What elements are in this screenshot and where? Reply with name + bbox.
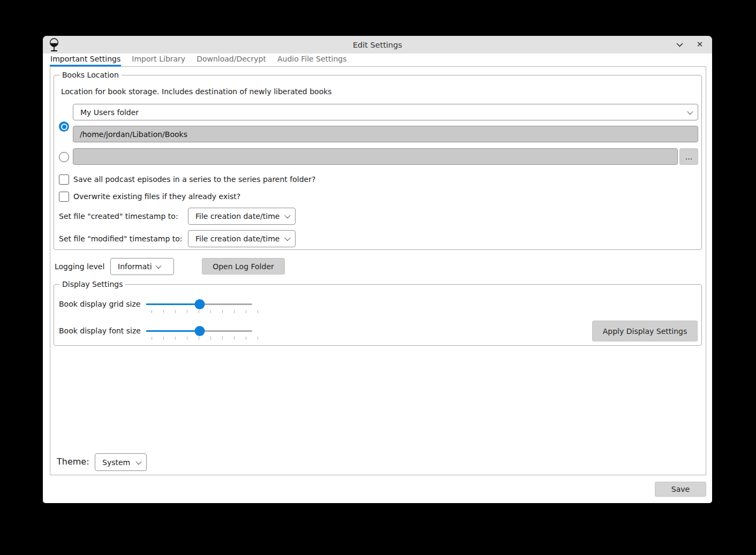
close-icon[interactable]: ✕ (695, 40, 705, 50)
slider-thumb[interactable] (194, 326, 205, 336)
chevron-down-icon (155, 263, 161, 269)
tab-import-library[interactable]: Import Library (131, 54, 186, 66)
browse-folder-button[interactable]: ... (679, 148, 698, 165)
chevron-down-icon (687, 108, 693, 114)
window-title: Edit Settings (43, 41, 712, 49)
chevron-down-icon (284, 212, 290, 218)
minimize-icon[interactable] (675, 40, 684, 50)
edit-settings-window: Edit Settings ✕ Important Settings Impor… (43, 36, 712, 503)
modified-timestamp-label: Set file "modified" timestamp to: (59, 234, 183, 243)
grid-size-label: Book display grid size (59, 300, 140, 308)
books-path-field-2[interactable] (73, 148, 678, 165)
tab-download-decrypt[interactable]: Download/Decrypt (196, 54, 267, 66)
titlebar: Edit Settings ✕ (43, 36, 712, 54)
grid-size-slider[interactable] (146, 299, 252, 309)
window-controls: ✕ (675, 36, 705, 54)
folder-preset-dropdown[interactable]: My Users folder (73, 104, 698, 120)
font-size-slider[interactable] (146, 326, 252, 336)
created-timestamp-value: File creation date/time (195, 212, 281, 221)
books-path-field-1[interactable]: /home/jordan/Libation/Books (73, 126, 698, 142)
books-path-radio-2[interactable] (59, 152, 69, 162)
tab-audio-file-settings[interactable]: Audio File Settings (277, 54, 347, 66)
chevron-down-icon (135, 458, 141, 464)
books-location-description: Location for book storage. Includes dest… (61, 87, 332, 96)
grid-size-ticks (152, 310, 259, 313)
font-size-ticks (152, 337, 259, 340)
podcast-series-folder-checkbox[interactable] (59, 174, 69, 185)
apply-display-settings-button[interactable]: Apply Display Settings (592, 321, 698, 341)
logging-level-value: Information (118, 262, 152, 271)
settings-tabbar: Important Settings Import Library Downlo… (43, 54, 712, 66)
folder-preset-value: My Users folder (80, 108, 684, 117)
books-path-value-1: /home/jordan/Libation/Books (80, 130, 187, 139)
slider-thumb[interactable] (194, 299, 205, 309)
modified-timestamp-dropdown[interactable]: File creation date/time (188, 230, 296, 247)
chevron-down-icon (284, 235, 290, 241)
created-timestamp-label: Set file "created" timestamp to: (59, 212, 178, 221)
display-settings-group: Display Settings Book display grid size … (54, 284, 702, 346)
display-settings-legend: Display Settings (59, 280, 125, 288)
theme-label: Theme: (57, 457, 89, 467)
important-settings-page: Books Location Location for book storage… (50, 66, 706, 475)
font-size-label: Book display font size (59, 326, 141, 335)
books-location-legend: Books Location (59, 71, 122, 79)
logging-level-label: Logging level (55, 262, 104, 271)
books-location-group: Books Location Location for book storage… (54, 75, 702, 250)
slider-fill (146, 303, 200, 305)
podcast-series-folder-label: Save all podcast episodes in a series to… (73, 174, 315, 185)
books-path-radio-1[interactable] (59, 121, 69, 132)
modified-timestamp-value: File creation date/time (195, 234, 281, 243)
created-timestamp-dropdown[interactable]: File creation date/time (188, 208, 296, 225)
overwrite-files-label: Overwrite existing files if they already… (73, 192, 240, 202)
logging-level-dropdown[interactable]: Information (110, 258, 174, 275)
tab-important-settings[interactable]: Important Settings (50, 54, 121, 66)
slider-fill (146, 330, 200, 332)
theme-dropdown[interactable]: System (95, 453, 147, 471)
save-button[interactable]: Save (655, 482, 706, 497)
overwrite-files-checkbox[interactable] (59, 192, 69, 202)
open-log-folder-button[interactable]: Open Log Folder (202, 258, 285, 275)
theme-value: System (102, 458, 132, 467)
